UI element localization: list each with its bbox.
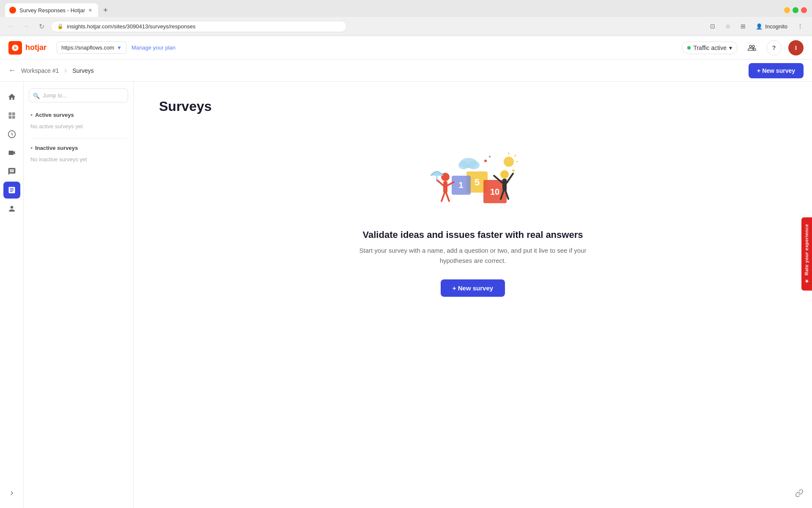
tab-title: Survey Responses - Hotjar <box>19 7 85 14</box>
active-tab[interactable]: Survey Responses - Hotjar × <box>5 3 98 17</box>
add-user-btn[interactable] <box>744 40 760 55</box>
svg-text:✦: ✦ <box>511 167 516 174</box>
link-btn[interactable] <box>795 489 804 500</box>
reload-btn[interactable]: ↻ <box>36 20 47 32</box>
breadcrumb-current: Surveys <box>72 67 94 74</box>
url-text: insights.hotjar.com/sites/3090413/survey… <box>67 23 195 30</box>
lock-icon: 🔒 <box>57 23 63 29</box>
svg-rect-15 <box>502 179 507 190</box>
svg-point-7 <box>441 173 450 181</box>
browser-maximize[interactable] <box>793 7 798 13</box>
svg-text:1: 1 <box>458 180 463 190</box>
surveys-icon <box>8 186 16 194</box>
sidebar-search-input[interactable] <box>29 88 128 102</box>
breadcrumb-workspace[interactable]: Workspace #1 <box>21 67 59 74</box>
home-icon <box>8 93 16 101</box>
svg-point-21 <box>504 157 514 167</box>
hotjar-icon <box>11 44 19 52</box>
breadcrumb-separator <box>62 67 69 74</box>
nav-home[interactable] <box>3 88 20 105</box>
svg-point-28 <box>484 160 487 162</box>
active-surveys-arrow: ▾ <box>30 113 33 117</box>
sidebar: 🔍 ▾ Active surveys No active surveys yet… <box>24 82 134 508</box>
new-tab-btn[interactable]: + <box>100 4 112 16</box>
interviews-icon <box>8 204 16 213</box>
icon-nav: Surveys <box>0 82 24 508</box>
incognito-icon: 👤 <box>756 23 763 30</box>
heatmaps-icon <box>8 130 16 138</box>
feedback-icon <box>8 167 16 176</box>
nav-heatmaps[interactable] <box>3 126 20 143</box>
help-btn[interactable]: ? <box>766 40 782 55</box>
active-surveys-section: ▾ Active surveys No active surveys yet <box>24 109 133 132</box>
rate-experience-tab[interactable]: ★ Rate your experience <box>801 218 812 291</box>
nav-interviews[interactable] <box>3 200 20 217</box>
nav-recordings[interactable] <box>3 144 20 161</box>
inactive-surveys-content: No inactive surveys yet <box>24 154 133 165</box>
svg-text:5: 5 <box>475 177 480 188</box>
svg-line-9 <box>437 180 443 185</box>
tab-close-btn[interactable]: × <box>88 7 92 14</box>
app-header: hotjar https://snapflows.com ▼ Manage yo… <box>0 36 812 60</box>
browser-chrome: Survey Responses - Hotjar × + ← → ↻ 🔒 in… <box>0 0 812 36</box>
site-dropdown-arrow: ▼ <box>117 45 122 51</box>
hotjar-logo: hotjar <box>8 41 47 55</box>
inactive-surveys-arrow: ▾ <box>30 146 33 150</box>
svg-text:10: 10 <box>490 187 499 196</box>
extensions-btn[interactable]: ⊞ <box>736 19 750 33</box>
address-bar[interactable]: 🔒 insights.hotjar.com/sites/3090413/surv… <box>51 21 347 32</box>
inactive-surveys-empty: No inactive surveys yet <box>30 155 87 164</box>
page-title: Surveys <box>159 99 212 114</box>
empty-state-description: Start your survey with a name, add a que… <box>346 246 600 266</box>
svg-point-14 <box>500 170 509 179</box>
nav-feedback[interactable] <box>3 163 20 180</box>
nav-actions: ⊡ ☆ ⊞ 👤 Incognito ⋮ <box>706 19 807 33</box>
hotjar-logo-icon <box>8 41 22 55</box>
new-survey-header-btn[interactable]: + New survey <box>749 63 804 78</box>
svg-point-27 <box>468 161 480 169</box>
cast-btn[interactable]: ⊡ <box>706 19 719 33</box>
incognito-label: Incognito <box>765 23 787 30</box>
inactive-surveys-title: Inactive surveys <box>35 145 78 151</box>
svg-point-26 <box>458 161 469 169</box>
active-surveys-empty: No active surveys yet <box>30 121 83 131</box>
active-surveys-title: Active surveys <box>35 112 74 118</box>
manage-plan-link[interactable]: Manage your plan <box>132 44 176 51</box>
traffic-status[interactable]: Traffic active ▾ <box>682 41 738 54</box>
app: hotjar https://snapflows.com ▼ Manage yo… <box>0 36 812 508</box>
browser-minimize[interactable] <box>784 7 790 13</box>
incognito-btn[interactable]: 👤 Incognito <box>752 22 792 31</box>
site-selector[interactable]: https://snapflows.com ▼ <box>57 41 126 54</box>
sidebar-search-container: 🔍 <box>29 88 128 102</box>
nav-surveys[interactable]: Surveys <box>3 182 20 199</box>
svg-line-11 <box>442 193 444 201</box>
main-layout: Surveys 🔍 <box>0 82 812 508</box>
more-btn[interactable]: ⋮ <box>793 19 807 33</box>
bookmark-btn[interactable]: ☆ <box>721 19 735 33</box>
user-avatar[interactable]: I <box>788 40 804 55</box>
breadcrumb-back-btn[interactable]: ← <box>8 66 16 75</box>
main-content: Surveys 5 10 <box>134 82 812 508</box>
illustration-svg: 5 10 1 <box>426 148 519 216</box>
tab-favicon <box>9 7 16 14</box>
collapse-nav-btn[interactable] <box>3 485 20 502</box>
tab-bar: Survey Responses - Hotjar × + <box>0 0 812 17</box>
forward-btn[interactable]: → <box>20 20 32 32</box>
browser-close[interactable] <box>801 7 807 13</box>
svg-line-12 <box>446 193 449 201</box>
link-icon <box>795 489 804 497</box>
active-surveys-content: No active surveys yet <box>24 121 133 132</box>
svg-line-23 <box>514 155 516 157</box>
add-user-icon <box>748 44 756 52</box>
nav-dashboard[interactable] <box>3 107 20 124</box>
back-btn[interactable]: ← <box>5 20 17 32</box>
active-surveys-header[interactable]: ▾ Active surveys <box>24 109 133 121</box>
inactive-surveys-header[interactable]: ▾ Inactive surveys <box>24 142 133 154</box>
site-url: https://snapflows.com <box>61 44 114 51</box>
breadcrumb-bar: ← Workspace #1 Surveys + New survey <box>0 60 812 82</box>
inactive-surveys-section: ▾ Inactive surveys No inactive surveys y… <box>24 142 133 165</box>
traffic-active-dot <box>687 46 691 50</box>
empty-state-title: Validate ideas and issues faster with re… <box>363 229 583 240</box>
empty-new-survey-btn[interactable]: + New survey <box>441 279 505 297</box>
traffic-dropdown-arrow: ▾ <box>729 44 732 51</box>
